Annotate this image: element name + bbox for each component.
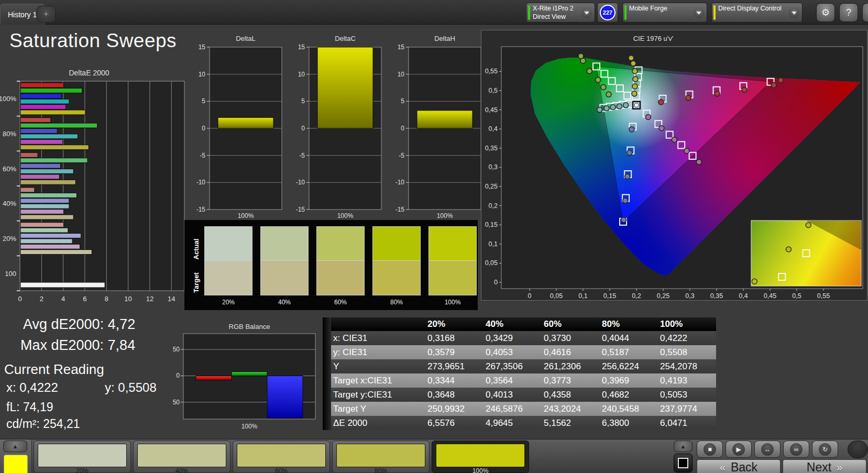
bar — [20, 188, 35, 192]
measured-marker-cyan — [597, 107, 602, 113]
table-cell: 256,6224 — [600, 361, 658, 372]
bar — [20, 118, 51, 123]
svg-text:0,05: 0,05 — [485, 259, 498, 267]
measured-marker-yellow — [629, 56, 634, 61]
pattern-window-button[interactable] — [674, 454, 693, 472]
meter-count-button[interactable]: 227 — [597, 3, 618, 23]
pattern-patch-60%[interactable]: 60% — [233, 441, 330, 473]
svg-text:80%: 80% — [3, 130, 16, 138]
max-de2000-stat: Max dE2000: 7,84 — [20, 337, 135, 354]
svg-text:10: 10 — [124, 295, 131, 303]
svg-text:2: 2 — [40, 295, 43, 303]
table-cell: 0,4013 — [484, 390, 542, 400]
svg-text:5: 5 — [301, 97, 305, 105]
table-row: ΔE 20006,55764,96455,15626,38006,0471 — [323, 416, 716, 430]
back-button[interactable]: «Back — [697, 459, 781, 473]
svg-text:0,55: 0,55 — [817, 292, 830, 300]
svg-text:5: 5 — [202, 97, 205, 105]
measured-marker-magenta — [696, 159, 701, 164]
svg-text:15: 15 — [398, 43, 405, 51]
bar — [20, 233, 81, 238]
row-strip — [323, 416, 331, 430]
target-swatch-40% — [260, 261, 309, 295]
svg-text:0: 0 — [18, 295, 21, 303]
patch-column-label: 40% — [260, 299, 309, 306]
settings-button[interactable]: ⚙ — [816, 3, 835, 22]
svg-text:14: 14 — [168, 295, 175, 303]
delta-lch-svg: DeltaL151050-5-10-15100%DeltaC151050-5-1… — [188, 30, 482, 220]
display-status-stripe — [713, 5, 716, 20]
measured-marker-yellow — [632, 84, 638, 89]
patch-label: 40% — [134, 467, 230, 473]
pattern-patch-100%[interactable]: 100% — [432, 441, 529, 473]
svg-text:0,3: 0,3 — [489, 163, 498, 171]
svg-text:10: 10 — [298, 71, 305, 78]
more-controls-button[interactable] — [848, 441, 868, 458]
next-button[interactable]: Next» — [783, 459, 866, 473]
patch-column-label: 80% — [372, 299, 421, 306]
table-row: Target y:CIE310,36480,40130,43580,46820,… — [323, 388, 716, 402]
table-cell: 246,5876 — [484, 404, 542, 414]
bar — [20, 199, 69, 203]
svg-text:-5: -5 — [399, 152, 404, 159]
measured-marker-green — [606, 92, 611, 97]
add-tab-button[interactable]: + — [37, 6, 56, 23]
table-header-row: 20%40%60%80%100% — [323, 317, 716, 331]
help-button[interactable]: ? — [839, 3, 858, 22]
measured-marker-magenta — [645, 115, 651, 120]
table-row: Target x:CIE310,33440,35640,37730,39690,… — [323, 373, 716, 388]
pattern-patch-80%[interactable]: 80% — [332, 441, 430, 473]
svg-text:-15: -15 — [395, 206, 405, 213]
loop-button[interactable]: ∞ — [783, 441, 809, 458]
svg-text:0,45: 0,45 — [485, 106, 498, 114]
meter-count-badge: 227 — [600, 5, 616, 20]
stop-button[interactable]: ■ — [697, 441, 723, 458]
refresh-button[interactable]: ↻ — [812, 441, 838, 458]
row-strip — [323, 359, 331, 373]
tab-bar: History 1 + X-Rite i1Pro 2 Direct View 2… — [0, 0, 868, 25]
actual-swatch-80% — [372, 226, 421, 261]
table-row: x: CIE310,31680,34290,37300,40440,4222 — [323, 331, 716, 345]
chevron-down-icon — [581, 8, 592, 18]
measured-marker-yellow — [632, 69, 638, 74]
current-x-value: x: 0,4222 — [6, 380, 58, 395]
header-cell: 100% — [658, 319, 716, 329]
expand-controls-button[interactable]: ▲ — [674, 441, 693, 452]
expand-patch-panel-button[interactable]: ▲ — [3, 441, 27, 452]
step-button[interactable]: ↔ — [754, 441, 781, 458]
stop-icon: ■ — [708, 446, 711, 453]
bar — [20, 204, 69, 208]
bar — [20, 99, 69, 104]
svg-text:100%: 100% — [337, 212, 354, 219]
row-strip — [323, 402, 331, 416]
table-row: y: CIE310,35790,40530,46160,51870,5508 — [323, 345, 716, 359]
pattern-patch-40%[interactable]: 40% — [133, 441, 230, 473]
chevron-down-icon — [789, 8, 799, 18]
patch-column-label: 60% — [316, 299, 365, 306]
table-cell: 254,2078 — [658, 361, 716, 372]
svg-text:-10: -10 — [296, 179, 305, 186]
svg-text:0,4: 0,4 — [739, 292, 748, 300]
svg-text:-50: -50 — [173, 399, 180, 406]
pattern-patch-20%[interactable]: 20% — [34, 441, 131, 473]
display-control-selector[interactable]: Direct Display Control — [711, 3, 803, 23]
meter-mode: Direct View — [533, 13, 566, 20]
target-swatch-20% — [204, 261, 252, 295]
meter-selector[interactable]: X-Rite i1Pro 2 Direct View — [526, 3, 595, 23]
bar — [20, 174, 59, 179]
svg-text:0,55: 0,55 — [485, 68, 498, 75]
collapse-toolbar-button[interactable]: ◀ — [862, 3, 868, 22]
svg-text:60%: 60% — [3, 165, 16, 173]
next-label: Next — [807, 460, 831, 473]
source-status-stripe — [624, 5, 627, 20]
table-cell: 0,5053 — [658, 390, 716, 400]
measured-marker-yellow — [633, 76, 638, 82]
table-cell: 6,3800 — [600, 418, 658, 428]
bar — [20, 228, 68, 233]
measured-marker-blue — [629, 127, 634, 132]
source-selector[interactable]: Mobile Forge — [622, 3, 707, 23]
play-button[interactable]: ▶ — [726, 441, 752, 458]
header-cell: 20% — [425, 319, 484, 329]
row-label: ΔE 2000 — [331, 418, 425, 428]
table-cell: 5,1562 — [542, 418, 600, 428]
